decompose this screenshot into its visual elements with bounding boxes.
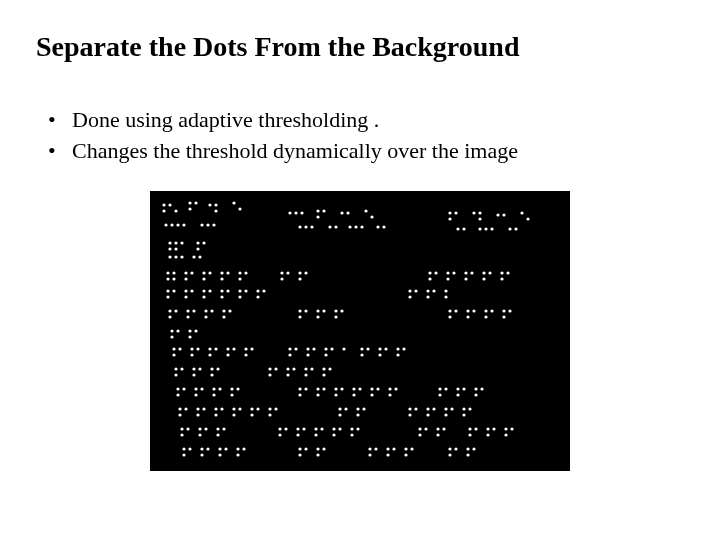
svg-point-85	[446, 272, 449, 275]
svg-point-144	[334, 310, 337, 313]
svg-point-99	[280, 278, 283, 281]
svg-point-5	[194, 202, 197, 205]
svg-point-98	[238, 278, 241, 281]
svg-point-30	[520, 212, 523, 215]
svg-point-74	[208, 272, 211, 275]
svg-point-246	[438, 388, 441, 391]
svg-point-182	[294, 348, 297, 351]
svg-point-229	[200, 388, 203, 391]
svg-point-54	[508, 228, 511, 231]
svg-point-96	[202, 278, 205, 281]
svg-point-126	[220, 296, 223, 299]
svg-point-124	[184, 296, 187, 299]
svg-point-233	[236, 388, 239, 391]
svg-point-336	[436, 434, 439, 437]
svg-point-135	[192, 310, 195, 313]
svg-point-196	[208, 354, 211, 357]
svg-point-39	[298, 226, 301, 229]
svg-point-181	[288, 348, 291, 351]
svg-point-272	[238, 408, 241, 411]
svg-point-172	[178, 348, 181, 351]
svg-point-301	[180, 428, 183, 431]
svg-point-312	[320, 428, 323, 431]
svg-point-180	[250, 348, 253, 351]
svg-point-213	[286, 368, 289, 371]
svg-point-152	[502, 310, 505, 313]
svg-point-232	[230, 388, 233, 391]
svg-point-38	[212, 224, 215, 227]
svg-point-90	[488, 272, 491, 275]
svg-point-166	[176, 330, 179, 333]
svg-point-66	[180, 256, 183, 259]
svg-point-226	[176, 388, 179, 391]
svg-point-309	[296, 428, 299, 431]
svg-point-95	[184, 278, 187, 281]
svg-point-200	[306, 354, 309, 357]
svg-point-87	[464, 272, 467, 275]
bullet-list: Done using adaptive thresholding . Chang…	[36, 104, 684, 168]
svg-point-156	[204, 316, 207, 319]
svg-point-231	[218, 388, 221, 391]
svg-point-45	[354, 226, 357, 229]
svg-point-81	[298, 272, 301, 275]
svg-point-244	[388, 388, 391, 391]
svg-point-343	[206, 448, 209, 451]
svg-point-283	[426, 408, 429, 411]
svg-point-334	[350, 434, 353, 437]
slide-title: Separate the Dots From the Background	[36, 30, 684, 64]
svg-point-329	[216, 434, 219, 437]
svg-point-97	[220, 278, 223, 281]
svg-point-71	[184, 272, 187, 275]
svg-point-294	[268, 414, 271, 417]
svg-point-219	[174, 374, 177, 377]
svg-point-304	[204, 428, 207, 431]
svg-point-143	[322, 310, 325, 313]
svg-point-297	[408, 414, 411, 417]
svg-point-192	[396, 348, 399, 351]
svg-point-162	[466, 316, 469, 319]
svg-point-204	[396, 354, 399, 357]
svg-point-102	[446, 278, 449, 281]
svg-point-235	[304, 388, 307, 391]
svg-point-311	[314, 428, 317, 431]
svg-point-279	[356, 408, 359, 411]
svg-point-20	[364, 210, 367, 213]
svg-point-149	[472, 310, 475, 313]
svg-point-280	[362, 408, 365, 411]
svg-point-249	[462, 388, 465, 391]
svg-point-35	[182, 224, 185, 227]
svg-point-328	[198, 434, 201, 437]
svg-point-84	[434, 272, 437, 275]
svg-point-242	[370, 388, 373, 391]
svg-point-53	[490, 228, 493, 231]
svg-point-256	[298, 394, 301, 397]
svg-point-287	[462, 408, 465, 411]
svg-point-12	[288, 212, 291, 215]
bullet-item: Done using adaptive thresholding .	[48, 104, 684, 136]
svg-point-353	[374, 448, 377, 451]
svg-point-330	[278, 434, 281, 437]
svg-point-159	[316, 316, 319, 319]
svg-point-342	[200, 448, 203, 451]
svg-point-103	[464, 278, 467, 281]
svg-point-105	[500, 278, 503, 281]
svg-point-260	[370, 394, 373, 397]
svg-point-34	[176, 224, 179, 227]
svg-point-340	[182, 448, 185, 451]
svg-point-277	[338, 408, 341, 411]
svg-point-122	[444, 290, 447, 293]
svg-point-70	[172, 272, 175, 275]
svg-point-123	[166, 296, 169, 299]
svg-point-346	[236, 448, 239, 451]
svg-point-241	[358, 388, 361, 391]
svg-point-332	[314, 434, 317, 437]
svg-point-195	[190, 354, 193, 357]
svg-point-23	[454, 212, 457, 215]
svg-point-308	[284, 428, 287, 431]
svg-point-254	[212, 394, 215, 397]
svg-point-6	[188, 208, 191, 211]
svg-point-108	[184, 290, 187, 293]
svg-point-46	[360, 226, 363, 229]
svg-point-306	[222, 428, 225, 431]
svg-point-118	[408, 290, 411, 293]
